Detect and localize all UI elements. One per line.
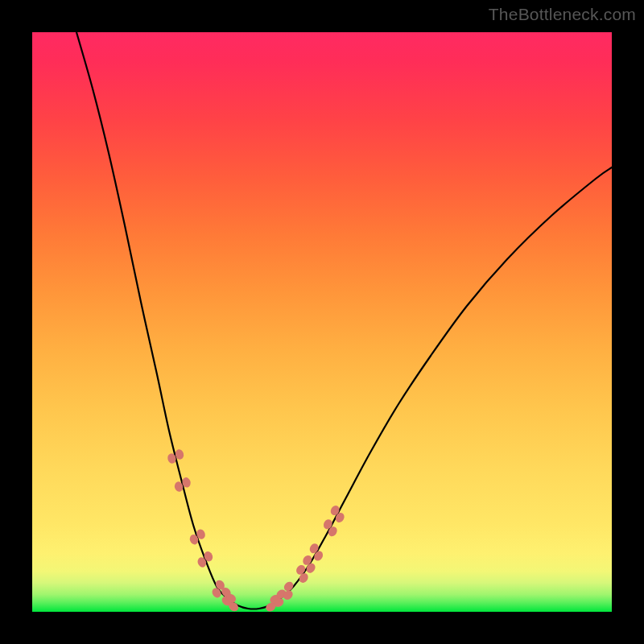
plot-area bbox=[32, 32, 612, 612]
bead-cluster-group bbox=[167, 448, 346, 612]
bottleneck-curve bbox=[76, 32, 612, 609]
watermark-text: TheBottleneck.com bbox=[489, 5, 636, 24]
chart-frame: TheBottleneck.com bbox=[0, 0, 644, 644]
chart-overlay bbox=[32, 32, 612, 612]
